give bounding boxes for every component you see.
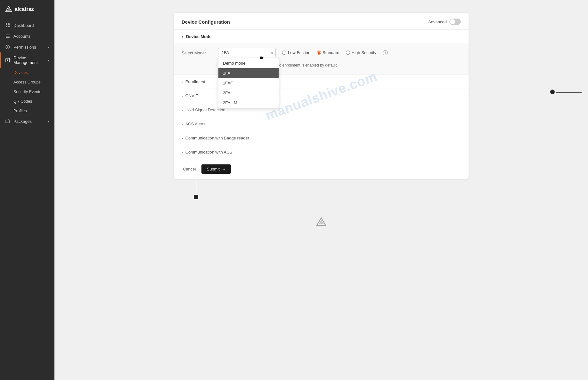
comm-badge-section-header[interactable]: › Communication with Badge reader <box>174 131 469 145</box>
cancel-button[interactable]: Cancel <box>182 165 197 173</box>
sidebar-item-accounts[interactable]: Accounts <box>0 31 54 42</box>
config-footer: Cancel Submit → <box>174 159 469 179</box>
acs-alerts-section-header[interactable]: › ACS Alerts <box>174 117 469 131</box>
device-management-icon <box>5 58 10 63</box>
select-mode-dropdown[interactable]: 1FA <box>218 48 276 57</box>
device-management-submenu: Devices Access Groups Security Events QR… <box>0 68 54 116</box>
svg-rect-6 <box>6 35 10 35</box>
svg-rect-5 <box>8 26 10 27</box>
alcatraz-logo-icon <box>5 6 12 13</box>
select-mode-dropdown-wrapper: 1FA ⊗ Demo mode 1FA <box>218 48 276 57</box>
comm-badge-section-label: Communication with Badge reader <box>185 136 249 140</box>
submit-button-label: Submit <box>207 167 219 171</box>
enrollment-section-label: Enrollment <box>185 79 205 84</box>
comm-badge-section: › Communication with Badge reader <box>174 131 469 145</box>
device-mode-section: ▾ Device Mode Select Mode: 1FA <box>174 30 469 75</box>
dropdown-option-demo[interactable]: Demo mode <box>218 58 279 68</box>
config-title: Device Configuration <box>182 19 230 25</box>
bottom-logo <box>316 217 326 226</box>
sidebar-sub-item-devices-label: Devices <box>13 70 28 75</box>
comm-acs-section: › Communication with ACS <box>174 145 469 159</box>
svg-rect-8 <box>6 37 10 38</box>
radio-standard[interactable]: Standard <box>317 50 339 55</box>
radio-high-security[interactable]: High Security <box>346 50 376 55</box>
mode-radio-group: Low Friction Standard High Security <box>282 50 388 55</box>
sidebar-item-accounts-label: Accounts <box>13 34 49 39</box>
select-mode-controls: 1FA ⊗ Demo mode 1FA <box>218 48 461 68</box>
enrollment-chevron-icon: › <box>182 80 183 84</box>
sidebar-sub-item-qr-codes-label: QR Codes <box>13 99 32 104</box>
device-mode-chevron-icon: ▾ <box>182 35 184 39</box>
sidebar-item-dashboard-label: Dashboard <box>13 23 49 28</box>
dropdown-option-1fa[interactable]: 1FA <box>218 68 279 78</box>
comm-acs-chevron-icon: › <box>182 150 183 154</box>
comm-acs-section-label: Communication with ACS <box>185 150 233 154</box>
accounts-icon <box>5 34 10 39</box>
device-configuration-card: manualshive.com Device Configuration Adv… <box>174 13 469 179</box>
main-content: manualshive.com Device Configuration Adv… <box>54 0 588 380</box>
dropdown-option-2fa-m[interactable]: 2FA - M <box>218 98 279 108</box>
sidebar-item-dashboard[interactable]: Dashboard <box>0 20 54 31</box>
sidebar-navigation: Dashboard Accounts Permissions <box>0 18 54 380</box>
hold-signal-section-label: Hold Signal Detection <box>185 107 225 112</box>
svg-point-10 <box>7 46 8 48</box>
sidebar-logo-text: alcatraz <box>15 6 34 12</box>
radio-low-friction-input[interactable] <box>282 51 286 55</box>
acs-alerts-chevron-icon: › <box>182 122 183 126</box>
dropdown-option-2fa[interactable]: 2FA <box>218 88 279 98</box>
svg-rect-4 <box>6 26 7 27</box>
radio-low-friction-label: Low Friction <box>288 50 310 55</box>
sidebar-sub-item-access-groups-label: Access Groups <box>13 80 41 84</box>
sidebar-sub-item-qr-codes[interactable]: QR Codes <box>0 97 54 106</box>
select-mode-label: Select Mode: <box>182 48 210 55</box>
acs-alerts-section: › ACS Alerts <box>174 117 469 131</box>
info-icon[interactable]: i <box>383 50 388 55</box>
packages-chevron-icon: ▾ <box>48 120 49 123</box>
sidebar-sub-item-devices[interactable]: Devices <box>0 68 54 77</box>
advanced-toggle-area: Advanced <box>428 19 461 25</box>
sidebar-sub-item-profiles-label: Profiles <box>13 109 27 113</box>
radio-high-security-input[interactable] <box>346 51 350 55</box>
permissions-chevron-icon: ▾ <box>48 45 49 49</box>
hold-signal-chevron-icon: › <box>182 108 183 112</box>
sidebar-item-permissions[interactable]: Permissions ▾ <box>0 42 54 52</box>
device-mode-section-header[interactable]: ▾ Device Mode <box>174 30 469 44</box>
radio-standard-input[interactable] <box>317 51 321 55</box>
dropdown-option-1faf[interactable]: 1FAF <box>218 78 279 88</box>
sidebar-item-device-management-label: Device Management <box>13 55 45 65</box>
sidebar-item-packages-label: Packages <box>13 119 45 124</box>
comm-badge-chevron-icon: › <box>182 136 183 140</box>
svg-rect-13 <box>6 120 10 123</box>
select-mode-row: Select Mode: 1FA ⊗ <box>182 48 461 68</box>
dashboard-icon <box>5 23 10 28</box>
sidebar-item-permissions-label: Permissions <box>13 45 45 50</box>
device-mode-section-label: Device Mode <box>186 34 211 39</box>
sidebar-item-device-management[interactable]: Device Management ▴ <box>0 52 54 68</box>
packages-icon <box>5 119 10 124</box>
svg-rect-7 <box>6 36 10 36</box>
sidebar-sub-item-security-events[interactable]: Security Events <box>0 87 54 97</box>
sidebar-item-packages[interactable]: Packages ▾ <box>0 116 54 127</box>
permissions-icon <box>5 44 10 50</box>
sidebar-logo: alcatraz <box>0 0 54 18</box>
radio-standard-label: Standard <box>323 50 339 55</box>
advanced-toggle-switch[interactable] <box>449 19 461 25</box>
sidebar-sub-item-security-events-label: Security Events <box>13 90 41 94</box>
comm-acs-section-header[interactable]: › Communication with ACS <box>174 145 469 159</box>
device-mode-section-content: Select Mode: 1FA ⊗ <box>174 44 469 75</box>
onvif-chevron-icon: › <box>182 94 183 98</box>
onvif-section-label: ONVIF <box>185 93 198 98</box>
device-management-chevron-icon: ▴ <box>48 59 49 62</box>
advanced-label: Advanced <box>428 20 447 24</box>
config-header: Device Configuration Advanced <box>174 13 469 30</box>
radio-low-friction[interactable]: Low Friction <box>282 50 310 55</box>
svg-rect-2 <box>6 23 7 25</box>
radio-high-security-label: High Security <box>352 50 376 55</box>
acs-alerts-section-label: ACS Alerts <box>185 122 206 126</box>
svg-point-12 <box>7 59 8 61</box>
sidebar-sub-item-access-groups[interactable]: Access Groups <box>0 77 54 87</box>
sidebar-sub-item-profiles[interactable]: Profiles <box>0 106 54 116</box>
sidebar: alcatraz Dashboard <box>0 0 54 380</box>
submit-button[interactable]: Submit → <box>201 164 231 174</box>
submit-arrow-icon: → <box>222 167 226 171</box>
